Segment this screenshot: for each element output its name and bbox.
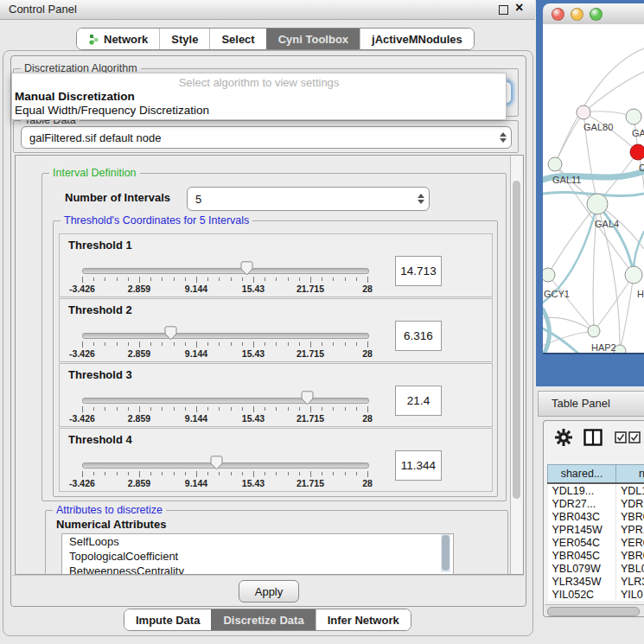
tab-label: Cyni Toolbox: [278, 33, 348, 46]
network-node[interactable]: [587, 194, 608, 214]
network-edge[interactable]: [620, 275, 634, 351]
table-row[interactable]: YBR043CYBR0: [548, 510, 644, 523]
tick-mark: [128, 277, 129, 281]
slider-track[interactable]: [82, 462, 369, 469]
slider-track[interactable]: [82, 333, 369, 339]
table-row[interactable]: YBR045CYBR0: [548, 549, 644, 562]
attribute-list-item[interactable]: BetweennessCentrality: [62, 564, 453, 575]
column-header[interactable]: shared...: [548, 465, 616, 484]
checkbox-icon[interactable]: [615, 431, 627, 443]
table-cell: YPR1: [616, 523, 644, 536]
attribute-list-item[interactable]: SelfLoops: [62, 534, 453, 549]
threshold-value-field[interactable]: 14.713: [395, 256, 442, 286]
slider-thumb[interactable]: [301, 391, 314, 405]
number-of-intervals-spinner[interactable]: 5: [187, 187, 430, 211]
tick-label: 2.859: [128, 284, 150, 294]
network-node[interactable]: [543, 268, 555, 282]
tick-mark: [174, 277, 175, 281]
tick-mark: [207, 472, 208, 475]
checkbox-icon[interactable]: [628, 431, 641, 443]
network-canvas[interactable]: GAL80GACGAL11GAL4GCY1HHAP2: [543, 24, 644, 354]
apply-button[interactable]: Apply: [239, 580, 299, 603]
table-row[interactable]: YBL079WYBL0: [548, 562, 644, 575]
dropdown-option[interactable]: Equal Width/Frequency Discretization: [15, 104, 209, 117]
network-edge[interactable]: [555, 112, 583, 164]
tab-jactivemnodules[interactable]: jActiveMNodules: [360, 29, 474, 49]
network-edge[interactable]: [548, 275, 594, 331]
slider-thumb[interactable]: [164, 326, 177, 341]
tick-mark: [299, 472, 300, 475]
scrollbar-thumb[interactable]: [547, 607, 640, 616]
network-node[interactable]: [577, 105, 590, 119]
tick-mark: [265, 277, 265, 281]
scrollbar-thumb[interactable]: [513, 181, 520, 499]
tab-select[interactable]: Select: [209, 29, 265, 49]
network-edge[interactable]: [594, 275, 634, 331]
tick-labels: -3.4262.8599.14415.4321.71528: [82, 478, 367, 488]
network-edge[interactable]: [555, 48, 644, 164]
threshold-value: 6.316: [404, 329, 433, 342]
network-window-titlebar[interactable]: [543, 3, 644, 25]
table-row[interactable]: YIL052CYIL0: [548, 588, 644, 601]
bottom-tab-impute-data[interactable]: Impute Data: [124, 609, 211, 630]
zoom-traffic-light-icon[interactable]: [590, 8, 603, 21]
table-row[interactable]: YLR345WYLR3: [548, 575, 644, 588]
tab-cyni-toolbox[interactable]: Cyni Toolbox: [266, 29, 360, 49]
float-window-icon[interactable]: [499, 5, 508, 15]
thresholds-group-title: Threshold's Coordinates for 5 Intervals: [61, 214, 252, 226]
close-icon[interactable]: ×: [515, 0, 523, 16]
combo-stepper-icon[interactable]: [495, 132, 511, 143]
table-row[interactable]: YDL19...YDL1: [548, 483, 644, 497]
numerical-attributes-list[interactable]: SelfLoopsTopologicalCoefficientBetweenne…: [61, 533, 454, 575]
minimize-traffic-light-icon[interactable]: [571, 8, 583, 21]
network-edge[interactable]: [583, 72, 644, 112]
tick-mark: [185, 277, 186, 281]
table-horizontal-scrollbar[interactable]: [545, 604, 644, 616]
close-traffic-light-icon[interactable]: [552, 8, 564, 21]
tick-mark: [139, 406, 140, 412]
discretize-settings-card: Discretization Algorithm Table Data galF…: [10, 55, 526, 607]
dropdown-option[interactable]: Manual Discretization: [15, 90, 135, 103]
node-attribute-table[interactable]: shared...naYDL19...YDL1YDR27...YDR2YBR04…: [547, 464, 644, 601]
table-cell: YBR0: [616, 549, 644, 562]
network-node[interactable]: [548, 157, 562, 171]
network-node[interactable]: [630, 144, 644, 160]
threshold-value-field[interactable]: 21.4: [395, 386, 442, 416]
gear-icon[interactable]: [554, 428, 573, 447]
threshold-row: Threshold 1-3.4262.8599.14415.4321.71528…: [59, 233, 493, 297]
tick-mark: [117, 342, 118, 346]
slider-track[interactable]: [82, 268, 369, 274]
table-row[interactable]: YPR145WYPR1: [548, 523, 644, 536]
attribute-list-item[interactable]: TopologicalCoefficient: [62, 549, 453, 564]
tick-mark: [231, 472, 232, 475]
spinner-stepper-icon[interactable]: [413, 194, 429, 204]
attribute-list-scrollbar[interactable]: [441, 534, 450, 572]
threshold-value-field[interactable]: 6.316: [395, 321, 442, 351]
settings-vertical-scrollbar[interactable]: [510, 156, 523, 574]
node-label: GAL80: [583, 122, 613, 132]
network-node[interactable]: [625, 266, 642, 284]
table-row[interactable]: YER054CYER0: [548, 536, 644, 549]
tick-label: 2.859: [128, 348, 150, 359]
table-row[interactable]: YDR27...YDR2: [548, 497, 644, 510]
bottom-tab-discretize-data[interactable]: Discretize Data: [211, 609, 315, 630]
table-data-combobox[interactable]: galFiltered.sif default node: [21, 126, 512, 149]
network-node[interactable]: [588, 325, 600, 337]
slider-thumb[interactable]: [240, 261, 253, 276]
column-header[interactable]: na: [616, 465, 644, 484]
slider-thumb[interactable]: [210, 456, 223, 470]
bottom-tab-infer-network[interactable]: Infer Network: [316, 609, 411, 630]
network-edge[interactable]: [543, 204, 597, 303]
tab-label: Infer Network: [328, 614, 399, 627]
network-edge[interactable]: [597, 204, 634, 275]
network-node[interactable]: [626, 109, 641, 124]
columns-icon[interactable]: [583, 429, 603, 446]
tab-network[interactable]: Network: [77, 29, 159, 49]
threshold-value-field[interactable]: 11.344: [395, 450, 442, 481]
threshold-row: Threshold 2-3.4262.8599.14415.4321.71528…: [59, 298, 493, 362]
tick-label: 21.715: [296, 284, 324, 294]
slider-track[interactable]: [82, 398, 369, 404]
tab-style[interactable]: Style: [159, 29, 209, 49]
tick-labels: -3.4262.8599.14415.4321.71528: [82, 348, 367, 359]
tick-mark: [253, 341, 254, 348]
